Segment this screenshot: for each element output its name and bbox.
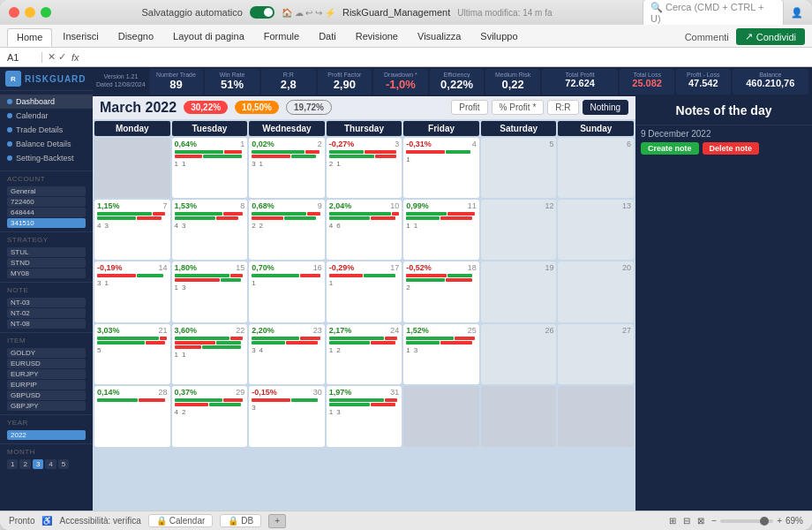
cal-cell-19[interactable]: 19 — [481, 261, 557, 322]
tab-visualizza[interactable]: Visualizza — [409, 28, 470, 47]
close-button[interactable] — [9, 7, 19, 18]
cal-cell-12[interactable]: 12 — [481, 200, 557, 260]
filter-account-general[interactable]: General — [7, 186, 86, 196]
content-panel: Version 1.21 Dated 12/08/2024 Number Tra… — [93, 67, 812, 511]
cal-cell-20[interactable]: 20 — [558, 261, 634, 322]
filter-month-3[interactable]: 3 — [33, 459, 43, 469]
zoom-out-icon[interactable]: − — [711, 516, 717, 526]
sidebar-section-note: NOTE — [0, 282, 93, 296]
filter-strategy-2[interactable]: MY08 — [7, 269, 86, 278]
search-box[interactable]: 🔍 Cerca (CMD + CTRL + U) — [643, 0, 784, 26]
sidebar-item-dashboard[interactable]: Dashboard — [0, 95, 93, 109]
cal-cell-11[interactable]: 0,99% 11 11 — [403, 200, 479, 260]
cal-cell-empty-1[interactable] — [94, 138, 170, 198]
stat-efficiency: Efficiency 0,22% — [430, 69, 485, 95]
tab-nothing[interactable]: Nothing — [583, 100, 628, 115]
filter-account-2[interactable]: 648444 — [7, 208, 86, 217]
cal-cell-13[interactable]: 13 — [558, 200, 634, 260]
share-button[interactable]: ↗ Condividi — [736, 28, 805, 45]
filter-month-2[interactable]: 2 — [19, 459, 30, 469]
share-icon: 👤 — [791, 7, 803, 19]
cal-cell-6[interactable]: 6 — [558, 138, 634, 198]
zoom-slider[interactable] — [720, 519, 773, 523]
cal-cell-24[interactable]: 2,17% 24 12 — [327, 324, 402, 384]
tab-inserisci[interactable]: Inserisci — [54, 28, 107, 47]
filter-note-0[interactable]: NT-03 — [7, 298, 86, 307]
filter-strategy-1[interactable]: STND — [7, 258, 86, 268]
cal-cell-4[interactable]: -0,31% 4 1 — [403, 138, 479, 198]
cal-cell-14[interactable]: -0,19% 14 31 — [94, 261, 170, 322]
tab-pct-profit[interactable]: % Profit * — [492, 100, 545, 115]
tab-dati[interactable]: Dati — [310, 28, 345, 47]
cal-header-thu: Thursday — [327, 121, 402, 136]
tab-formule[interactable]: Formule — [255, 28, 308, 47]
filter-account-3[interactable]: 341510 — [7, 218, 86, 228]
filter-item-5[interactable]: GBPJPY — [7, 401, 86, 411]
cal-cell-28[interactable]: 0,14% 28 — [94, 386, 170, 446]
tab-disegno[interactable]: Disegno — [109, 28, 162, 47]
tab-rr[interactable]: R:R — [547, 100, 578, 115]
cal-cell-15[interactable]: 1,80% 15 13 — [172, 261, 248, 322]
cal-cell-10[interactable]: 2,04% 10 46 — [327, 200, 402, 260]
cal-cell-31[interactable]: 1,97% 31 13 — [327, 386, 402, 446]
tab-home[interactable]: Home — [7, 28, 52, 47]
cal-cell-23[interactable]: 2,20% 23 34 — [249, 324, 325, 384]
cal-cell-7[interactable]: 1,15% 7 43 — [94, 200, 170, 260]
minimize-button[interactable] — [25, 7, 35, 18]
create-note-button[interactable]: Create note — [641, 142, 699, 155]
filter-account-1[interactable]: 722460 — [7, 197, 86, 207]
tab-layout[interactable]: Layout di pagina — [164, 28, 253, 47]
filter-note-1[interactable]: NT-02 — [7, 308, 86, 318]
filter-strategy-0[interactable]: STUL — [7, 247, 86, 257]
sidebar-item-calendar[interactable]: Calendar — [0, 109, 93, 123]
cal-cell-26[interactable]: 26 — [481, 324, 557, 384]
cal-cell-8[interactable]: 1,53% 8 43 — [172, 200, 248, 260]
filter-month-4[interactable]: 4 — [45, 459, 56, 469]
zoom-in-icon[interactable]: + — [777, 516, 782, 526]
version-line2: Dated 12/08/2024 — [96, 80, 146, 88]
cal-cell-25[interactable]: 1,52% 25 13 — [403, 324, 479, 384]
sidebar-item-balance[interactable]: Balance Details — [0, 137, 93, 151]
cal-cell-30[interactable]: -0,15% 30 3 — [249, 386, 325, 446]
sidebar-item-trade[interactable]: Trade Details — [0, 123, 93, 137]
tab-calendar[interactable]: 🔒 Calendar — [148, 514, 214, 527]
comments-label[interactable]: Commenti — [685, 32, 729, 42]
filter-month-5[interactable]: 5 — [58, 459, 69, 469]
filter-item-0[interactable]: GOLDY — [7, 348, 86, 358]
filter-month-1[interactable]: 1 — [7, 459, 18, 469]
cal-cell-2[interactable]: 0,02% 2 31 — [249, 138, 325, 198]
tab-profit[interactable]: Profit — [451, 100, 487, 115]
tab-sviluppo[interactable]: Sviluppo — [471, 28, 526, 47]
cal-cell-29[interactable]: 0,37% 29 42 — [172, 386, 248, 446]
view-preview-icon[interactable]: ⊠ — [697, 516, 704, 526]
filter-item-2[interactable]: EURJPY — [7, 369, 86, 379]
cal-cell-3[interactable]: -0,27% 3 21 — [327, 138, 402, 198]
tab-revisione[interactable]: Revisione — [347, 28, 407, 47]
cal-cell-22[interactable]: 3,60% 22 11 — [172, 324, 248, 384]
filter-item-4[interactable]: GBPUSD — [7, 390, 86, 400]
formula-bar: A1 ✕ ✓ fx — [0, 48, 812, 67]
filter-item-3[interactable]: EURPIP — [7, 380, 86, 390]
view-normal-icon[interactable]: ⊞ — [669, 516, 676, 526]
stat-mediumrisk: Medium Risk 0,22 — [485, 69, 540, 95]
view-page-icon[interactable]: ⊟ — [683, 516, 690, 526]
filter-note-2[interactable]: NT-08 — [7, 319, 86, 329]
add-tab-button[interactable]: + — [268, 514, 286, 528]
cal-cell-21[interactable]: 3,03% 21 5 — [94, 324, 170, 384]
delete-note-button[interactable]: Delete note — [703, 142, 760, 155]
cal-cell-16[interactable]: 0,70% 16 1 — [249, 261, 325, 322]
cal-cell-17[interactable]: -0,29% 17 1 — [327, 261, 402, 322]
cal-cell-27[interactable]: 27 — [558, 324, 634, 384]
cal-cell-9[interactable]: 0,68% 9 22 — [249, 200, 325, 260]
tab-db[interactable]: 🔒 DB — [220, 514, 261, 527]
filter-year-0[interactable]: 2022 — [7, 430, 86, 440]
sidebar-item-settings[interactable]: Setting-Backtest — [0, 151, 93, 165]
filter-item-1[interactable]: EURUSD — [7, 359, 86, 368]
cal-cell-5[interactable]: 5 — [481, 138, 557, 198]
month-title: March 2022 — [100, 100, 177, 116]
maximize-button[interactable] — [41, 7, 51, 18]
cal-cell-1[interactable]: 0,64% 1 11 — [172, 138, 248, 198]
autosave-toggle[interactable] — [250, 6, 274, 19]
cal-cell-18[interactable]: -0,52% 18 2 — [403, 261, 479, 322]
cell-reference[interactable]: A1 — [7, 52, 42, 63]
